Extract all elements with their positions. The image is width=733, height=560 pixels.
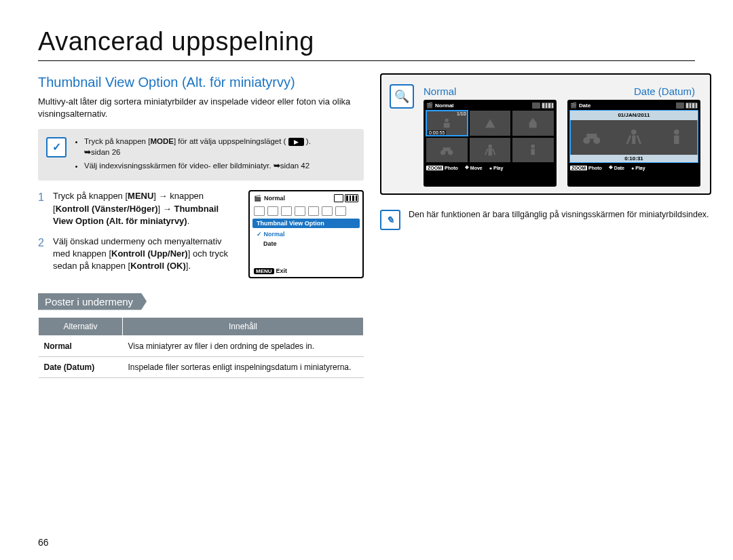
- table-row: Normal Visa miniatyrer av filer i den or…: [39, 335, 364, 356]
- menu-item-normal: ✓ Normal: [250, 229, 362, 239]
- svg-rect-5: [443, 147, 451, 151]
- svg-point-14: [674, 130, 679, 135]
- tip-item: Tryck på knappen [MODE] för att välja up…: [84, 136, 356, 157]
- svg-rect-8: [531, 149, 535, 155]
- tip-item: Välj indexvisningsskärmen för video- ell…: [84, 160, 356, 171]
- menu-item-date: Date: [250, 239, 362, 248]
- label-normal: Normal: [424, 86, 456, 97]
- svg-point-7: [531, 145, 535, 148]
- page-title: Avancerad uppspelning: [38, 27, 695, 61]
- menu-exit: MENUExit: [254, 267, 287, 274]
- dot-icon: ●: [489, 166, 492, 170]
- footnote: ✎ Den här funktionen är bara tillgänglig…: [380, 210, 711, 230]
- battery-icon: [676, 102, 698, 109]
- video-icon: 🎬: [426, 102, 433, 109]
- camera-lcd-date: 🎬Date 01/JAN/2011 1/10: [567, 100, 700, 187]
- thumbnail-cell: [512, 111, 554, 136]
- check-icon: ✓: [46, 137, 67, 157]
- thumbnail-cell: [470, 138, 511, 163]
- joystick-icon: ✥: [609, 165, 613, 170]
- magnifier-icon: 🔍: [390, 84, 414, 109]
- duration-bar: 0:10:31: [570, 155, 698, 162]
- svg-rect-13: [633, 136, 636, 145]
- submenu-heading: Poster i undermeny: [38, 293, 147, 310]
- tip-box: ✓ Tryck på knappen [MODE] för att välja …: [38, 129, 364, 181]
- step-number: 1: [38, 190, 46, 227]
- camera-lcd-normal: 🎬Normal 0:00:55 1/10: [424, 100, 557, 187]
- options-table: Alternativ Innehåll Normal Visa miniatyr…: [38, 317, 364, 378]
- info-icon: ✎: [380, 210, 400, 230]
- preview-box: 🔍 Normal Date (Datum) 🎬Normal: [380, 73, 711, 195]
- joystick-icon: ✥: [465, 165, 469, 170]
- svg-rect-1: [444, 123, 450, 128]
- svg-rect-15: [674, 136, 679, 145]
- section-heading: Thumbnail View Option (Alt. för miniatyr…: [38, 75, 364, 90]
- svg-marker-2: [485, 119, 495, 128]
- step-number: 2: [38, 236, 46, 273]
- svg-point-0: [445, 119, 449, 122]
- thumbnail-cell: [426, 138, 468, 163]
- svg-point-12: [631, 130, 637, 135]
- table-head-content: Innehåll: [123, 317, 364, 335]
- svg-point-6: [488, 145, 491, 148]
- svg-rect-11: [586, 134, 597, 139]
- camera-lcd-menu: 🎬 Normal Thumbnail View Option ✓ Normal …: [248, 190, 364, 278]
- menu-title: Thumbnail View Option: [252, 219, 360, 228]
- step-2: 2 Välj önskad undermeny och menyalternat…: [38, 236, 240, 273]
- table-row: Date (Datum) Inspelade filer sorteras en…: [39, 356, 364, 377]
- video-icon: 🎬: [254, 195, 261, 202]
- date-bar: 01/JAN/2011: [570, 111, 698, 120]
- video-icon: 🎬: [570, 102, 577, 109]
- thumbnail-cell: 0:00:55 1/10: [426, 111, 468, 136]
- playback-icon: ▶: [288, 138, 304, 146]
- intro-paragraph: Multivy-alt låter dig sortera miniatyrbi…: [38, 96, 364, 119]
- label-date: Date (Datum): [634, 86, 695, 97]
- step-1: 1 Tryck på knappen [MENU] → knappen [Kon…: [38, 190, 240, 227]
- dot-icon: ●: [631, 166, 634, 170]
- table-head-option: Alternativ: [39, 317, 123, 335]
- thumbnail-cell: [512, 138, 554, 163]
- thumbnail-cell: [470, 111, 511, 136]
- battery-icon: [532, 102, 554, 109]
- page-number: 66: [38, 537, 49, 548]
- battery-icon: [334, 194, 358, 202]
- thumbnail-date-group: 01/JAN/2011 1/10 0:10:31: [570, 111, 698, 162]
